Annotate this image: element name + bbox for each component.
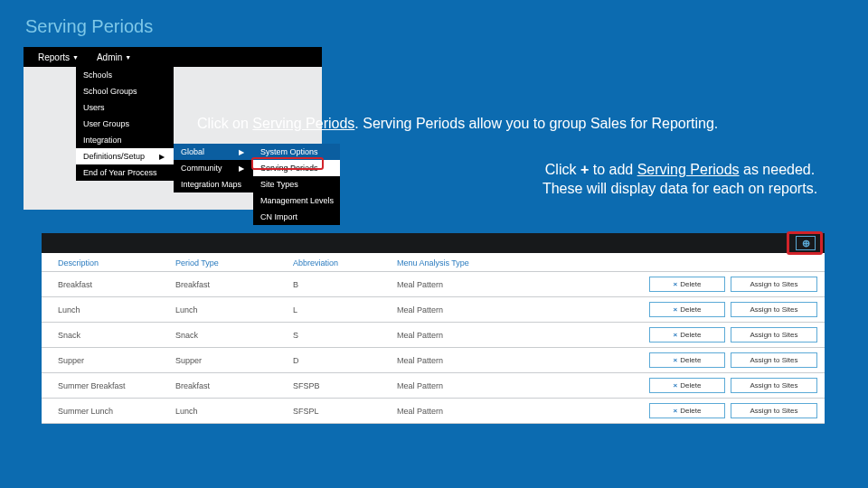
caret-down-icon: ▼ bbox=[72, 54, 79, 61]
table-row: Summer BreakfastBreakfastSFSPBMeal Patte… bbox=[42, 372, 825, 398]
dd-item-management-levels[interactable]: Management Levels bbox=[253, 192, 340, 209]
caret-down-icon: ▼ bbox=[125, 54, 131, 61]
x-icon: × bbox=[674, 280, 678, 288]
global-dropdown: System Options Serving Periods Site Type… bbox=[253, 144, 340, 225]
cell-period-type: Snack bbox=[175, 331, 293, 340]
col-header-description[interactable]: Description bbox=[49, 258, 175, 267]
cell-description: Snack bbox=[49, 331, 175, 340]
x-icon: × bbox=[674, 381, 678, 389]
definitions-dropdown: Global▶ Community▶ Integration Maps bbox=[174, 144, 253, 192]
dd-item-site-types[interactable]: Site Types bbox=[253, 176, 340, 192]
table-toolbar: ⊕ bbox=[42, 233, 825, 253]
dd-item-integration[interactable]: Integration bbox=[76, 132, 174, 148]
delete-button[interactable]: ×Delete bbox=[649, 403, 725, 418]
caret-right-icon: ▶ bbox=[239, 164, 244, 173]
table-row: LunchLunchLMeal Pattern×DeleteAssign to … bbox=[42, 296, 825, 322]
menubar: Reports ▼ Admin ▼ bbox=[24, 47, 322, 67]
page-title: Serving Periods bbox=[25, 16, 153, 37]
x-icon: × bbox=[674, 356, 678, 364]
dd-item-user-groups[interactable]: User Groups bbox=[76, 116, 174, 132]
assign-to-sites-button[interactable]: Assign to Sites bbox=[731, 403, 817, 418]
cell-description: Summer Lunch bbox=[49, 407, 175, 416]
delete-button[interactable]: ×Delete bbox=[649, 352, 725, 368]
assign-to-sites-button[interactable]: Assign to Sites bbox=[731, 378, 817, 393]
cell-description: Summer Breakfast bbox=[49, 381, 175, 390]
instruction-click-plus: Click + to add Serving Periods as needed… bbox=[535, 161, 825, 199]
instruction-click-serving-periods: Click on Serving Periods. Serving Period… bbox=[197, 116, 718, 132]
assign-to-sites-button[interactable]: Assign to Sites bbox=[731, 302, 817, 317]
cell-period-type: Supper bbox=[175, 356, 293, 365]
delete-button[interactable]: ×Delete bbox=[649, 277, 725, 292]
dd-item-users[interactable]: Users bbox=[76, 99, 174, 116]
assign-to-sites-button[interactable]: Assign to Sites bbox=[731, 277, 817, 292]
cell-menu-analysis: Meal Pattern bbox=[397, 331, 537, 340]
table-row: SupperSupperDMeal Pattern×DeleteAssign t… bbox=[42, 347, 825, 372]
table-row: SnackSnackSMeal Pattern×DeleteAssign to … bbox=[42, 322, 825, 347]
cell-abbreviation: D bbox=[293, 356, 397, 365]
cell-menu-analysis: Meal Pattern bbox=[397, 407, 537, 416]
caret-right-icon: ▶ bbox=[239, 148, 244, 156]
delete-button[interactable]: ×Delete bbox=[649, 378, 725, 393]
table-row: Summer LunchLunchSFSPLMeal Pattern×Delet… bbox=[42, 398, 825, 424]
dd-item-eoy[interactable]: End of Year Process bbox=[76, 164, 174, 181]
dd-item-definitions[interactable]: Definitions/Setup▶ bbox=[76, 148, 174, 164]
x-icon: × bbox=[674, 305, 678, 314]
cell-period-type: Breakfast bbox=[175, 381, 293, 390]
cell-period-type: Lunch bbox=[175, 305, 293, 314]
cell-abbreviation: B bbox=[293, 280, 397, 289]
assign-to-sites-button[interactable]: Assign to Sites bbox=[731, 327, 817, 343]
cell-abbreviation: S bbox=[293, 331, 397, 340]
cell-menu-analysis: Meal Pattern bbox=[397, 381, 537, 390]
delete-button[interactable]: ×Delete bbox=[649, 327, 725, 343]
title-underline bbox=[24, 40, 828, 41]
menubar-admin[interactable]: Admin ▼ bbox=[88, 52, 140, 62]
dd-item-community[interactable]: Community▶ bbox=[174, 160, 253, 176]
x-icon: × bbox=[674, 331, 678, 339]
serving-periods-table: ⊕ Description Period Type Abbreviation M… bbox=[42, 233, 825, 424]
menubar-reports-label: Reports bbox=[38, 52, 70, 62]
cell-period-type: Lunch bbox=[175, 407, 293, 416]
table-row: BreakfastBreakfastBMeal Pattern×DeleteAs… bbox=[42, 271, 825, 296]
col-header-period-type[interactable]: Period Type bbox=[175, 258, 293, 267]
dd-item-schools[interactable]: Schools bbox=[76, 67, 174, 83]
cell-menu-analysis: Meal Pattern bbox=[397, 356, 537, 365]
x-icon: × bbox=[674, 407, 678, 415]
assign-to-sites-button[interactable]: Assign to Sites bbox=[731, 352, 817, 368]
col-header-abbreviation[interactable]: Abbreviation bbox=[293, 258, 397, 267]
delete-button[interactable]: ×Delete bbox=[649, 302, 725, 317]
caret-right-icon: ▶ bbox=[159, 153, 165, 161]
cell-description: Breakfast bbox=[49, 280, 175, 289]
cell-abbreviation: SFSPL bbox=[293, 407, 397, 416]
cell-menu-analysis: Meal Pattern bbox=[397, 305, 537, 314]
highlight-serving-periods bbox=[251, 157, 324, 170]
cell-description: Supper bbox=[49, 356, 175, 365]
highlight-plus-button bbox=[787, 231, 823, 255]
cell-abbreviation: L bbox=[293, 305, 397, 314]
dd-item-global[interactable]: Global▶ bbox=[174, 144, 253, 160]
menubar-reports[interactable]: Reports ▼ bbox=[29, 52, 88, 62]
dd-item-cn-import[interactable]: CN Import bbox=[253, 209, 340, 225]
cell-menu-analysis: Meal Pattern bbox=[397, 280, 537, 289]
cell-period-type: Breakfast bbox=[175, 280, 293, 289]
cell-abbreviation: SFSPB bbox=[293, 381, 397, 390]
menubar-admin-label: Admin bbox=[97, 52, 122, 62]
dd-item-integration-maps[interactable]: Integration Maps bbox=[174, 176, 253, 192]
dd-item-school-groups[interactable]: School Groups bbox=[76, 83, 174, 99]
col-header-menu-analysis[interactable]: Menu Analysis Type bbox=[397, 258, 537, 267]
cell-description: Lunch bbox=[49, 305, 175, 314]
table-header-row: Description Period Type Abbreviation Men… bbox=[42, 253, 825, 271]
admin-dropdown: Schools School Groups Users User Groups … bbox=[76, 67, 174, 181]
